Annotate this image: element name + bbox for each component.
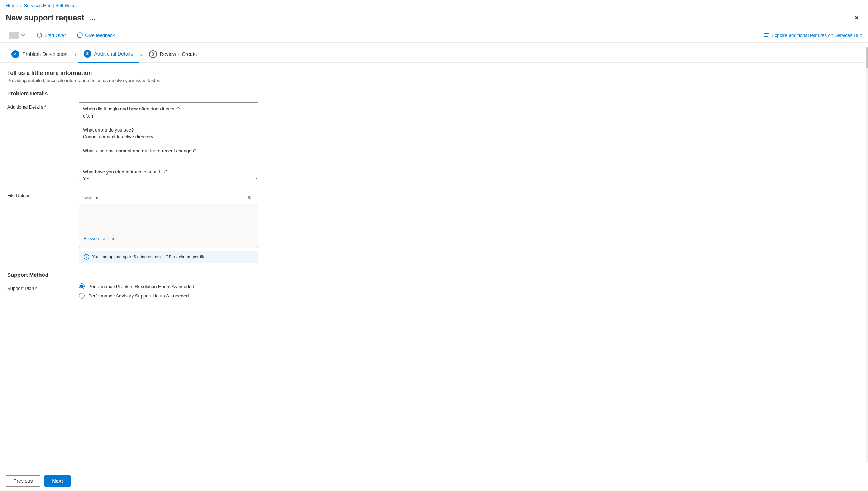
section-title: Tell us a little more information [7, 70, 315, 76]
feedback-icon [77, 32, 83, 38]
additional-details-row: Additional Details * When did it begin a… [7, 102, 315, 182]
toolbar: Start Over Give feedback Explore additio… [0, 28, 868, 43]
radio-option-2[interactable] [79, 293, 85, 299]
svg-rect-2 [764, 35, 767, 35]
step-circle-2: 2 [84, 50, 91, 58]
support-plan-row: Support Plan * Performance Problem Resol… [7, 283, 315, 302]
file-name: task.jpg [84, 195, 100, 200]
tab-problem-description[interactable]: ✓ Problem Description [6, 47, 73, 62]
step-circle-1: ✓ [11, 50, 19, 58]
main-content: Tell us a little more information Provid… [0, 63, 323, 339]
additional-details-label: Additional Details * [7, 102, 72, 110]
toolbar-right: Explore additional features on Services … [764, 32, 862, 38]
required-marker: * [44, 104, 46, 110]
problem-details-title: Problem Details [7, 90, 315, 96]
breadcrumb-hub[interactable]: Services Hub | Self Help [24, 3, 74, 8]
breadcrumb-sep-1: › [20, 4, 22, 8]
file-upload-area: task.jpg ✕ Browse for files [79, 191, 258, 248]
section-subtitle: Providing detailed, accurate information… [7, 78, 315, 83]
step-tabs: ✓ Problem Description › 2 Additional Det… [0, 43, 868, 63]
explore-link[interactable]: Explore additional features on Services … [764, 32, 862, 38]
give-feedback-button[interactable]: Give feedback [74, 31, 118, 39]
support-plan-control: Performance Problem Resolution Hours As-… [79, 283, 258, 302]
step-sep-1: › [75, 52, 76, 58]
breadcrumb: Home › Services Hub | Self Help › [0, 0, 868, 11]
tab-additional-details[interactable]: 2 Additional Details [78, 47, 139, 63]
ellipsis-button[interactable]: ... [88, 14, 97, 23]
subscription-dropdown[interactable] [6, 30, 28, 40]
step-label-1: Problem Description [22, 51, 67, 57]
tab-review-create[interactable]: 3 Review + Create [143, 47, 203, 62]
support-plan-label: Support Plan * [7, 283, 72, 291]
toolbar-left: Start Over Give feedback [6, 30, 118, 40]
close-button[interactable]: ✕ [851, 13, 862, 23]
page-title: New support request [6, 13, 84, 23]
step-label-3: Review + Create [160, 51, 197, 57]
start-over-icon [37, 32, 42, 38]
file-empty-area [79, 204, 258, 233]
required-marker-plan: * [35, 286, 37, 291]
step-sep-2: › [140, 52, 142, 58]
chevron-down-icon [21, 34, 25, 37]
file-upload-label: File Upload [7, 191, 72, 198]
step-circle-3: 3 [149, 50, 157, 58]
radio-row-2: Performance Advisory Support Hours As-ne… [79, 293, 258, 299]
radio-label-2: Performance Advisory Support Hours As-ne… [88, 293, 189, 299]
title-bar: New support request ... ✕ [0, 11, 868, 28]
explore-icon [764, 32, 769, 38]
additional-details-textarea[interactable]: When did it begin and how often does it … [79, 102, 258, 181]
svg-rect-3 [764, 36, 768, 37]
browse-link[interactable]: Browse for files [79, 233, 258, 244]
file-upload-control: task.jpg ✕ Browse for files You can uplo… [79, 191, 258, 263]
breadcrumb-home[interactable]: Home [6, 3, 18, 8]
support-method-title: Support Method [7, 272, 315, 278]
file-remove-button[interactable]: ✕ [245, 194, 253, 201]
info-icon [84, 254, 89, 260]
upload-info: You can upload up to 5 attachments. 1GB … [79, 251, 258, 263]
file-upload-row: File Upload task.jpg ✕ Browse for files … [7, 191, 315, 263]
svg-rect-1 [764, 33, 769, 34]
step-label-2: Additional Details [94, 51, 133, 57]
radio-row-1: Performance Problem Resolution Hours As-… [79, 283, 258, 289]
subscription-icon [9, 32, 19, 39]
title-bar-left: New support request ... [6, 13, 97, 23]
scrollbar-thumb [866, 47, 868, 68]
radio-option-1[interactable] [79, 283, 85, 289]
radio-label-1: Performance Problem Resolution Hours As-… [88, 284, 194, 289]
start-over-button[interactable]: Start Over [34, 31, 68, 39]
file-item: task.jpg ✕ [79, 191, 258, 204]
breadcrumb-sep-2: › [76, 4, 78, 8]
right-scrollbar[interactable] [866, 47, 868, 339]
additional-details-control: When did it begin and how often does it … [79, 102, 258, 182]
